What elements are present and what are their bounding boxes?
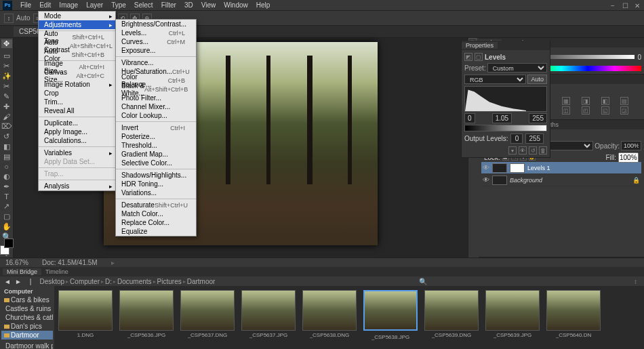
adjustment-preset-icon[interactable]: ◧	[601, 97, 609, 105]
eyedropper-tool-icon[interactable]: ✎	[1, 92, 12, 101]
submenu-item[interactable]: DesaturateShift+Ctrl+U	[116, 201, 196, 209]
output-gradient[interactable]	[464, 125, 547, 131]
menu-3d[interactable]: 3D	[180, 0, 197, 10]
submenu-item[interactable]: Shadows/Highlights...	[116, 171, 196, 180]
pen-tool-icon[interactable]: ✒	[1, 182, 12, 191]
submenu-item[interactable]: Match Color...	[116, 209, 196, 218]
sort-icon[interactable]: ↕	[634, 278, 637, 285]
menu-item[interactable]: Crop	[39, 89, 115, 98]
submenu-item[interactable]: Levels...Ctrl+L	[116, 28, 196, 37]
folder-item[interactable]: Dartmoor	[1, 331, 53, 340]
submenu-item[interactable]: Replace Color...	[116, 218, 196, 227]
menu-file[interactable]: File	[16, 0, 35, 10]
thumbnail-item[interactable]: _CSP5637.DNG	[180, 290, 235, 349]
output-highlight[interactable]: 255	[525, 134, 544, 144]
doc-info[interactable]: Doc: 41.5M/41.5M	[42, 259, 98, 266]
tab-properties[interactable]: Properties	[462, 42, 498, 49]
crop-tool-icon[interactable]: ✂	[1, 82, 12, 91]
close-button[interactable]: ✕	[633, 1, 641, 9]
thumbnail-item[interactable]: _CSP5639.JPG	[485, 290, 540, 349]
menu-item[interactable]: Auto ColorShift+Ctrl+B	[39, 50, 115, 59]
nav-fwd-icon[interactable]: ►	[15, 278, 22, 285]
submenu-item[interactable]: InvertCtrl+I	[116, 123, 196, 132]
menu-view[interactable]: View	[197, 0, 220, 10]
submenu-item[interactable]: Selective Color...	[116, 159, 196, 167]
menu-item[interactable]: Variables	[39, 148, 115, 157]
crumb[interactable]: Documents	[117, 278, 152, 285]
move-tool-icon[interactable]: ✥	[1, 39, 12, 48]
tool-preset-icon[interactable]: ↕	[4, 14, 14, 23]
wand-tool-icon[interactable]: ✨	[1, 72, 12, 81]
menu-help[interactable]: Help	[252, 0, 275, 10]
menu-layer[interactable]: Layer	[82, 0, 107, 10]
crumb[interactable]: Dartmoor	[187, 278, 216, 285]
submenu-item[interactable]: Gradient Map...	[116, 150, 196, 159]
crumb[interactable]: Pictures	[157, 278, 182, 285]
thumbnail-item[interactable]: 1.DNG	[58, 290, 113, 349]
shape-tool-icon[interactable]: ▢	[1, 212, 12, 221]
thumbnail-item[interactable]: _CSP5639.DNG	[424, 290, 479, 349]
brush-tool-icon[interactable]: 🖌	[1, 112, 12, 121]
adjustment-preset-icon[interactable]: ◫	[562, 106, 570, 115]
submenu-item[interactable]: HDR Toning...	[116, 180, 196, 188]
menu-item[interactable]: Apply Image...	[39, 127, 115, 136]
crumb[interactable]: Computer	[70, 278, 100, 285]
menu-item[interactable]: Calculations...	[39, 136, 115, 145]
folder-item[interactable]: Cars & bikes	[1, 295, 53, 304]
fill-input[interactable]	[618, 152, 639, 163]
thumbnail-item[interactable]: _CSP5640.DN	[546, 290, 601, 349]
hand-tool-icon[interactable]: ✋	[1, 222, 12, 231]
view-icon[interactable]: 👁	[519, 146, 527, 155]
menu-type[interactable]: Type	[107, 0, 130, 10]
type-tool-icon[interactable]: T	[1, 192, 12, 201]
submenu-item[interactable]: Exposure...	[116, 46, 196, 55]
gradient-tool-icon[interactable]: ▤	[1, 152, 12, 161]
reset-icon[interactable]: ↺	[529, 146, 537, 155]
history-tool-icon[interactable]: ↺	[1, 132, 12, 141]
folder-item[interactable]: Dan's pics	[1, 322, 53, 331]
menu-item[interactable]: Mode	[39, 12, 115, 20]
folder-item[interactable]: Castles & ruins	[1, 304, 53, 313]
adjustment-preset-icon[interactable]: ▦	[562, 97, 570, 105]
eraser-tool-icon[interactable]: ◧	[1, 142, 12, 151]
color-swatch[interactable]	[0, 245, 14, 248]
marquee-tool-icon[interactable]: ▭	[1, 52, 12, 60]
preset-select[interactable]: Custom	[487, 63, 547, 73]
adjustment-preset-icon[interactable]: ▤	[620, 97, 628, 105]
zoom-level[interactable]: 16.67%	[5, 259, 28, 266]
submenu-item[interactable]: Threshold...	[116, 141, 196, 150]
menu-item[interactable]: Image Rotation	[39, 80, 115, 89]
thumbnail-item[interactable]: _CSP5636.JPG	[119, 290, 174, 349]
thumbnail-item[interactable]: _CSP5638.DNG	[302, 290, 357, 349]
auto-button[interactable]: Auto	[527, 75, 547, 84]
menu-image[interactable]: Image	[55, 0, 82, 10]
menu-item[interactable]: Trim...	[39, 98, 115, 106]
menu-filter[interactable]: Filter	[157, 0, 180, 10]
crumb[interactable]: Desktop	[39, 278, 64, 285]
menu-select[interactable]: Select	[130, 0, 157, 10]
menu-item[interactable]: Reveal All	[39, 106, 115, 115]
menu-item[interactable]: Analysis	[39, 182, 115, 190]
input-mid[interactable]: 1.05	[492, 113, 512, 123]
menu-edit[interactable]: Edit	[35, 0, 55, 10]
layer-row[interactable]: 👁Background🔒	[481, 174, 641, 186]
adjustment-preset-icon[interactable]: ◰	[582, 106, 590, 115]
adjustment-preset-icon[interactable]: ◨	[582, 97, 590, 105]
mask-icon[interactable]: ▢	[475, 53, 483, 61]
thumbnail-item[interactable]: _CSP5638.JPG	[363, 290, 418, 349]
submenu-item[interactable]: Posterize...	[116, 132, 196, 141]
submenu-item[interactable]: Channel Mixer...	[116, 102, 196, 111]
dodge-tool-icon[interactable]: ◐	[1, 172, 12, 181]
channel-select[interactable]: RGB	[464, 75, 526, 84]
delete-icon[interactable]: 🗑	[539, 146, 547, 155]
thumbnail-item[interactable]: _CSP5637.JPG	[241, 290, 296, 349]
path-tool-icon[interactable]: ↗	[1, 202, 12, 211]
menu-item[interactable]: Duplicate...	[39, 119, 115, 127]
stamp-tool-icon[interactable]: ⌦	[1, 122, 12, 131]
submenu-item[interactable]: Curves...Ctrl+M	[116, 37, 196, 46]
search-icon[interactable]: 🔍	[419, 278, 427, 285]
menu-item[interactable]: Adjustments	[39, 20, 115, 29]
visibility-icon[interactable]: 👁	[483, 164, 489, 171]
submenu-item[interactable]: Variations...	[116, 188, 196, 197]
submenu-item[interactable]: Equalize	[116, 227, 196, 236]
